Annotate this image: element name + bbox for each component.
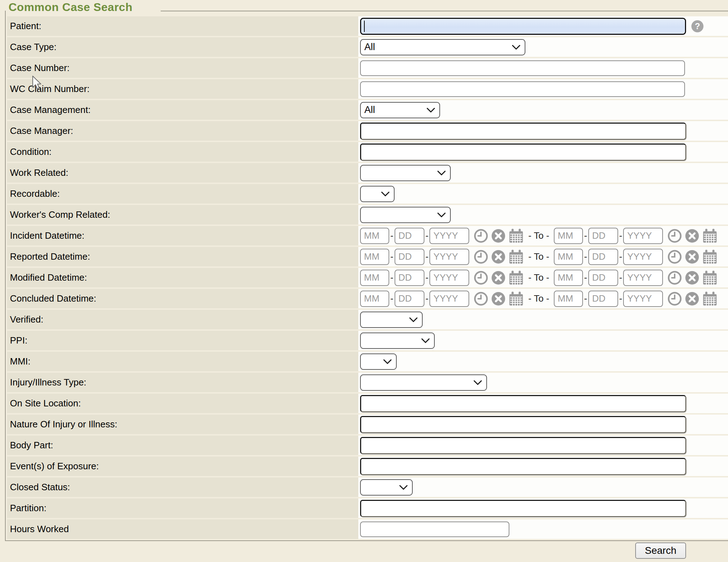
clock-icon[interactable]: [474, 250, 488, 264]
case-manager-label: Case Manager:: [7, 121, 358, 141]
injury-illness-type-label: Injury/Illness Type:: [7, 373, 358, 392]
month-input[interactable]: [360, 270, 389, 286]
year-input[interactable]: [623, 291, 663, 307]
day-input[interactable]: [395, 291, 424, 307]
clear-icon[interactable]: [491, 250, 505, 264]
row-concluded-datetime: Concluded Datetime: - - - To - - -: [7, 289, 728, 308]
clock-icon[interactable]: [474, 229, 488, 243]
clear-icon[interactable]: [685, 292, 699, 306]
month-input[interactable]: [360, 291, 389, 307]
day-input[interactable]: [395, 270, 424, 286]
row-injury-illness-type: Injury/Illness Type:: [7, 373, 728, 392]
calendar-icon[interactable]: [702, 228, 717, 243]
search-button[interactable]: Search: [635, 542, 686, 559]
date-separator: -: [584, 251, 587, 262]
body-part-input[interactable]: [360, 437, 686, 454]
ppi-label: PPI:: [7, 331, 358, 350]
year-input[interactable]: [429, 228, 469, 244]
clock-icon[interactable]: [668, 292, 682, 306]
clear-icon[interactable]: [491, 271, 505, 285]
row-ppi: PPI:: [7, 331, 728, 350]
year-input[interactable]: [429, 270, 469, 286]
year-input[interactable]: [623, 249, 663, 265]
page-title: Common Case Search: [9, 1, 133, 14]
patient-input[interactable]: [360, 18, 686, 35]
condition-input[interactable]: [360, 144, 686, 161]
clock-icon[interactable]: [668, 229, 682, 243]
date-separator: -: [390, 230, 394, 241]
verified-select[interactable]: [360, 312, 423, 328]
day-input[interactable]: [588, 270, 618, 286]
date-separator: -: [619, 251, 622, 262]
clear-icon[interactable]: [491, 292, 505, 306]
case-type-label: Case Type:: [7, 37, 358, 57]
calendar-icon[interactable]: [702, 249, 717, 264]
day-input[interactable]: [588, 291, 618, 307]
calendar-icon[interactable]: [509, 291, 524, 306]
injury-illness-type-select[interactable]: [360, 374, 487, 391]
calendar-icon[interactable]: [702, 291, 717, 306]
case-type-select[interactable]: All: [360, 39, 525, 55]
date-separator: -: [390, 293, 394, 304]
year-input[interactable]: [623, 228, 663, 244]
chevron-down-icon: [512, 45, 520, 50]
row-work-related: Work Related:: [7, 163, 728, 183]
calendar-icon[interactable]: [509, 270, 524, 285]
year-input[interactable]: [429, 291, 469, 307]
recordable-select[interactable]: [360, 186, 395, 202]
clock-icon[interactable]: [474, 271, 488, 285]
closed-status-select[interactable]: [360, 479, 413, 496]
mmi-label: MMI:: [7, 352, 358, 371]
date-separator: -: [425, 230, 429, 241]
chevron-down-icon: [437, 171, 446, 175]
partition-input[interactable]: [360, 500, 686, 517]
row-events-of-exposure: Event(s) of Exposure:: [7, 456, 728, 476]
clear-icon[interactable]: [685, 250, 699, 264]
month-input[interactable]: [360, 228, 389, 244]
events-of-exposure-label: Event(s) of Exposure:: [7, 456, 358, 476]
clear-icon[interactable]: [685, 229, 699, 243]
workers-comp-related-select[interactable]: [360, 207, 451, 223]
month-input[interactable]: [554, 270, 583, 286]
help-icon[interactable]: ?: [691, 20, 703, 32]
row-modified-datetime: Modified Datetime: - - - To - - -: [7, 268, 728, 287]
clock-icon[interactable]: [668, 271, 682, 285]
year-input[interactable]: [623, 270, 663, 286]
month-input[interactable]: [554, 228, 583, 244]
day-input[interactable]: [588, 249, 618, 265]
year-input[interactable]: [429, 249, 469, 265]
on-site-location-label: On Site Location:: [7, 394, 358, 413]
row-workers-comp-related: Worker's Comp Related:: [7, 205, 728, 225]
clear-icon[interactable]: [491, 229, 505, 243]
concluded-datetime-label: Concluded Datetime:: [7, 289, 358, 308]
day-input[interactable]: [395, 228, 424, 244]
wc-claim-number-input[interactable]: [360, 81, 685, 97]
month-input[interactable]: [554, 291, 583, 307]
case-number-input[interactable]: [360, 60, 685, 76]
calendar-icon[interactable]: [702, 270, 717, 285]
partition-label: Partition:: [7, 498, 358, 518]
case-manager-input[interactable]: [360, 123, 686, 140]
month-input[interactable]: [554, 249, 583, 265]
row-wc-claim-number: WC Claim Number:: [7, 79, 728, 99]
day-input[interactable]: [588, 228, 618, 244]
on-site-location-input[interactable]: [360, 395, 686, 412]
calendar-icon[interactable]: [509, 228, 524, 243]
calendar-icon[interactable]: [509, 249, 524, 264]
clock-icon[interactable]: [474, 292, 488, 306]
ppi-select[interactable]: [360, 333, 435, 349]
case-management-select[interactable]: All: [360, 102, 440, 118]
row-body-part: Body Part:: [7, 436, 728, 455]
work-related-select[interactable]: [360, 165, 451, 181]
nature-of-injury-input[interactable]: [360, 416, 686, 433]
row-reported-datetime: Reported Datetime: - - - To - - -: [7, 247, 728, 266]
hours-worked-input[interactable]: [360, 522, 509, 537]
chevron-down-icon: [421, 338, 430, 343]
day-input[interactable]: [395, 249, 424, 265]
month-input[interactable]: [360, 249, 389, 265]
clock-icon[interactable]: [668, 250, 682, 264]
mmi-select[interactable]: [360, 353, 397, 370]
events-of-exposure-input[interactable]: [360, 458, 686, 475]
clear-icon[interactable]: [685, 271, 699, 285]
date-separator: -: [584, 230, 587, 241]
